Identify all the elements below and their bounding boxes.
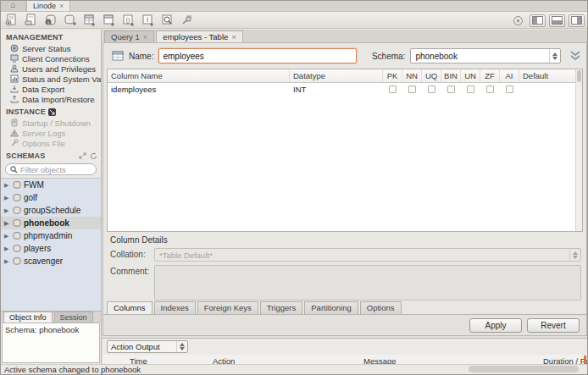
editor-tab-bar: Query 1 × employees - Table × bbox=[103, 30, 587, 42]
schema-icon bbox=[13, 257, 21, 265]
tab-query-1[interactable]: Query 1 × bbox=[104, 30, 154, 42]
table-name-row: Name: Schema: phonebook bbox=[103, 43, 586, 69]
nn-checkbox[interactable] bbox=[402, 83, 422, 95]
pk-checkbox[interactable] bbox=[383, 83, 402, 95]
stepper-icon[interactable] bbox=[569, 249, 580, 261]
un-checkbox[interactable] bbox=[461, 83, 480, 95]
sidebar-item-client-connections[interactable]: Client Connections bbox=[1, 53, 101, 63]
tab-indexes[interactable]: Indexes bbox=[154, 301, 196, 314]
reconnect-icon[interactable] bbox=[180, 14, 193, 27]
search-data-icon[interactable] bbox=[160, 14, 174, 27]
stepper-icon[interactable] bbox=[176, 341, 187, 352]
revert-button[interactable]: Revert bbox=[527, 318, 580, 333]
sidebar-item-startup-shutdown[interactable]: Startup / Shutdown bbox=[1, 118, 101, 128]
tab-session[interactable]: Session bbox=[54, 312, 93, 323]
grid-vertical-scrollbar[interactable] bbox=[575, 69, 582, 231]
cell-column-name[interactable]: idemployees bbox=[108, 83, 290, 95]
status-circle-icon[interactable] bbox=[513, 16, 523, 25]
expander-icon[interactable]: ▶ bbox=[4, 220, 10, 227]
col-header-bin[interactable]: BIN bbox=[441, 69, 461, 82]
close-icon[interactable]: × bbox=[231, 31, 236, 42]
collation-select[interactable]: *Table Default* bbox=[154, 248, 581, 262]
col-header-uq[interactable]: UQ bbox=[422, 69, 441, 82]
expander-icon[interactable]: ▶ bbox=[4, 207, 10, 214]
tab-columns[interactable]: Columns bbox=[107, 301, 153, 314]
sidebar-item-data-export[interactable]: Data Export bbox=[1, 84, 101, 94]
sidebar-item-system-variables[interactable]: Status and System Variables bbox=[1, 74, 101, 84]
output-view-select[interactable]: Action Output bbox=[107, 340, 188, 353]
close-icon[interactable]: × bbox=[143, 31, 148, 42]
col-header-column-name[interactable]: Column Name bbox=[108, 69, 290, 82]
close-icon[interactable]: × bbox=[59, 1, 64, 11]
toggle-right-panel-icon[interactable] bbox=[569, 14, 585, 27]
open-script-icon[interactable] bbox=[24, 14, 37, 27]
create-table-icon[interactable] bbox=[82, 14, 96, 27]
apply-button[interactable]: Apply bbox=[469, 318, 522, 333]
options-file-icon bbox=[10, 139, 19, 147]
db-inspector-icon[interactable]: i bbox=[43, 14, 57, 27]
col-header-default[interactable]: Default bbox=[519, 69, 582, 82]
sidebar-item-options-file[interactable]: Options File bbox=[1, 138, 101, 148]
scrollbar-thumb[interactable] bbox=[577, 70, 581, 82]
toggle-bottom-panel-icon[interactable] bbox=[549, 14, 565, 27]
column-row-idemployees[interactable]: idemployees INT bbox=[108, 83, 582, 95]
col-header-pk[interactable]: PK bbox=[383, 69, 402, 82]
create-schema-icon[interactable] bbox=[63, 14, 76, 27]
tab-triggers[interactable]: Triggers bbox=[260, 301, 303, 314]
create-procedure-icon[interactable]: () bbox=[121, 14, 135, 27]
tab-foreign-keys[interactable]: Foreign Keys bbox=[197, 301, 258, 314]
expander-icon[interactable]: ▶ bbox=[4, 245, 10, 252]
schema-tree-item-golf[interactable]: ▶golf bbox=[1, 191, 101, 204]
toggle-left-panel-icon[interactable] bbox=[530, 14, 546, 27]
tab-partitioning[interactable]: Partitioning bbox=[304, 301, 358, 314]
refresh-schemas-icon[interactable] bbox=[90, 152, 97, 160]
home-tab[interactable]: ⌂ bbox=[1, 0, 26, 11]
expand-schemas-icon[interactable] bbox=[79, 152, 86, 159]
horizontal-scrollbar-thumb[interactable] bbox=[469, 366, 579, 372]
zf-checkbox[interactable] bbox=[480, 83, 500, 95]
col-header-un[interactable]: UN bbox=[461, 69, 480, 82]
schema-select[interactable]: phonebook bbox=[410, 48, 561, 63]
sidebar-item-server-logs[interactable]: Server Logs bbox=[1, 128, 101, 138]
schema-tree-item-phpmyadmin[interactable]: ▶phpmyadmin bbox=[1, 229, 101, 242]
expander-icon[interactable]: ▶ bbox=[4, 195, 10, 201]
cell-datatype[interactable]: INT bbox=[290, 83, 383, 95]
new-query-icon[interactable] bbox=[4, 14, 18, 27]
expander-icon[interactable]: ▶ bbox=[4, 233, 10, 240]
users-privileges-icon bbox=[10, 64, 19, 73]
schema-tree-item-phonebook[interactable]: ▶phonebook bbox=[1, 217, 101, 229]
create-function-icon[interactable]: f bbox=[141, 14, 154, 27]
schema-icon bbox=[13, 219, 21, 227]
uq-checkbox[interactable] bbox=[422, 83, 441, 95]
connection-tab-linode[interactable]: Linode × bbox=[26, 0, 70, 11]
cell-default[interactable] bbox=[519, 83, 582, 95]
schema-tree-item-scavenger[interactable]: ▶scavenger bbox=[1, 255, 101, 267]
sidebar-item-users-privileges[interactable]: Users and Privileges bbox=[1, 63, 101, 74]
expander-icon[interactable]: ▶ bbox=[4, 182, 10, 189]
sidebar-item-server-status[interactable]: Server Status bbox=[1, 43, 101, 53]
column-details-section: Column Details Collation: *Table Default… bbox=[103, 232, 586, 301]
tab-options[interactable]: Options bbox=[360, 301, 402, 314]
tab-employees-table[interactable]: employees - Table × bbox=[156, 30, 243, 42]
schema-tree-item-fwm[interactable]: ▶FWM bbox=[1, 179, 101, 191]
schema-filter-input[interactable] bbox=[20, 165, 92, 174]
object-info-panel: Schema: phonebook bbox=[2, 323, 100, 363]
expand-header-icon[interactable] bbox=[569, 51, 581, 61]
schema-tree-item-groupschedule[interactable]: ▶groupSchedule bbox=[1, 204, 101, 217]
col-header-datatype[interactable]: Datatype bbox=[290, 69, 383, 82]
col-header-nn[interactable]: NN bbox=[402, 69, 422, 82]
schema-tree-item-players[interactable]: ▶players bbox=[1, 242, 101, 255]
bin-checkbox[interactable] bbox=[441, 83, 461, 95]
ai-checkbox[interactable] bbox=[500, 83, 519, 95]
tab-object-info[interactable]: Object Info bbox=[3, 312, 53, 323]
sidebar-item-data-import[interactable]: Data Import/Restore bbox=[1, 94, 101, 104]
create-view-icon[interactable] bbox=[102, 14, 115, 27]
name-label: Name: bbox=[129, 52, 153, 61]
comment-textarea[interactable] bbox=[154, 265, 581, 301]
info-tab-bar: Object Info Session bbox=[1, 311, 101, 323]
stepper-icon[interactable] bbox=[549, 49, 560, 63]
col-header-zf[interactable]: ZF bbox=[480, 69, 500, 82]
expander-icon[interactable]: ▶ bbox=[4, 258, 10, 265]
table-name-input[interactable] bbox=[158, 48, 356, 63]
col-header-ai[interactable]: AI bbox=[500, 69, 519, 82]
